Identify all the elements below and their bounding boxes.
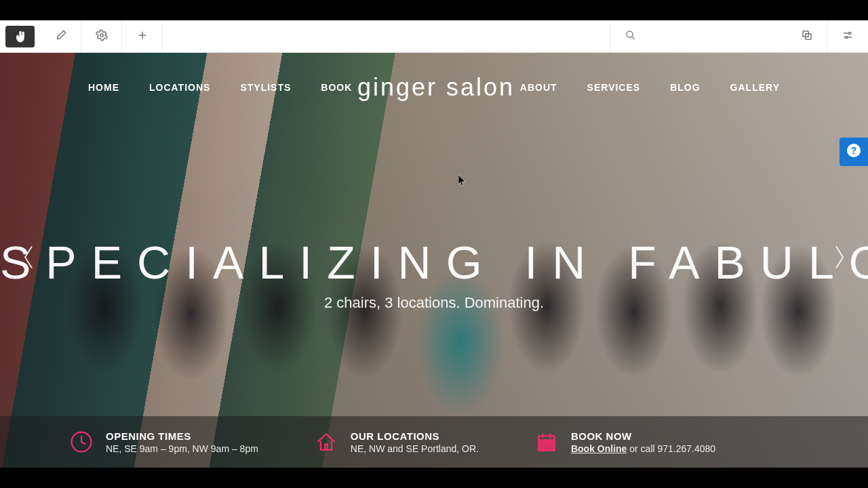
hero-section: HOME LOCATIONS STYLISTS BOOK ginger salo… <box>0 53 868 468</box>
editor-settings-button[interactable] <box>81 20 122 52</box>
svg-rect-10 <box>538 440 554 450</box>
info-bar: OPENING TIMES NE, SE 9am – 9pm, NW 9am –… <box>0 416 868 468</box>
editor-sliders-button[interactable] <box>827 20 868 52</box>
nav-book[interactable]: BOOK <box>321 82 352 93</box>
svg-point-5 <box>846 36 848 38</box>
calendar-icon <box>533 428 560 455</box>
pencil-icon <box>55 29 67 44</box>
editor-main-button[interactable] <box>5 26 35 47</box>
carousel-next-button[interactable] <box>816 230 861 291</box>
book-online-link[interactable]: Book Online <box>571 443 627 454</box>
logo[interactable]: ginger salon <box>357 73 515 102</box>
svg-text:?: ? <box>851 145 857 156</box>
chevron-left-icon <box>20 249 38 277</box>
nav-about[interactable]: ABOUT <box>520 82 557 93</box>
search-icon <box>625 29 637 44</box>
info-opening: OPENING TIMES NE, SE 9am – 9pm, NW 9am –… <box>68 428 258 455</box>
nav-stylists[interactable]: STYLISTS <box>240 82 291 93</box>
help-button[interactable]: ? <box>840 138 868 166</box>
editor-copy-button[interactable] <box>787 20 827 52</box>
nav-home[interactable]: HOME <box>88 82 119 93</box>
cursor-icon <box>458 175 467 189</box>
info-opening-detail: NE, SE 9am – 9pm, NW 9am – 8pm <box>106 443 258 454</box>
editor-toolbar <box>0 20 868 53</box>
info-locations-detail: NE, NW and SE Portland, OR. <box>351 443 479 454</box>
editor-search[interactable] <box>610 20 787 52</box>
nav-services[interactable]: SERVICES <box>587 82 641 93</box>
hand-icon <box>14 30 27 43</box>
book-phone-text: or call 971.267.4080 <box>627 443 715 454</box>
info-book: BOOK NOW Book Online or call 971.267.408… <box>533 428 715 455</box>
help-icon: ? <box>846 142 862 161</box>
plus-icon <box>136 29 149 44</box>
editor-add-button[interactable] <box>122 20 163 52</box>
info-book-detail: Book Online or call 971.267.4080 <box>571 443 715 454</box>
svg-point-4 <box>849 32 851 34</box>
copy-icon <box>801 29 813 44</box>
chevron-right-icon <box>830 249 848 277</box>
svg-point-0 <box>100 33 103 37</box>
editor-edit-button[interactable] <box>41 20 81 52</box>
nav-locations[interactable]: LOCATIONS <box>149 82 210 93</box>
info-book-title: BOOK NOW <box>571 430 715 442</box>
clock-icon <box>68 428 95 455</box>
house-icon <box>313 428 340 455</box>
info-locations-title: OUR LOCATIONS <box>351 430 479 442</box>
gear-icon <box>96 29 108 44</box>
info-opening-title: OPENING TIMES <box>106 430 258 442</box>
main-nav: HOME LOCATIONS STYLISTS BOOK ginger salo… <box>0 73 868 102</box>
nav-gallery[interactable]: GALLERY <box>730 82 780 93</box>
svg-point-1 <box>627 31 633 37</box>
info-locations: OUR LOCATIONS NE, NW and SE Portland, OR… <box>313 428 479 455</box>
nav-blog[interactable]: BLOG <box>670 82 700 93</box>
sliders-icon <box>842 29 854 44</box>
carousel-prev-button[interactable] <box>7 230 52 291</box>
hero-title: SPECIALIZING IN FABULOUS <box>0 236 868 289</box>
hero-subtitle: 2 chairs, 3 locations. Dominating. <box>0 294 868 312</box>
